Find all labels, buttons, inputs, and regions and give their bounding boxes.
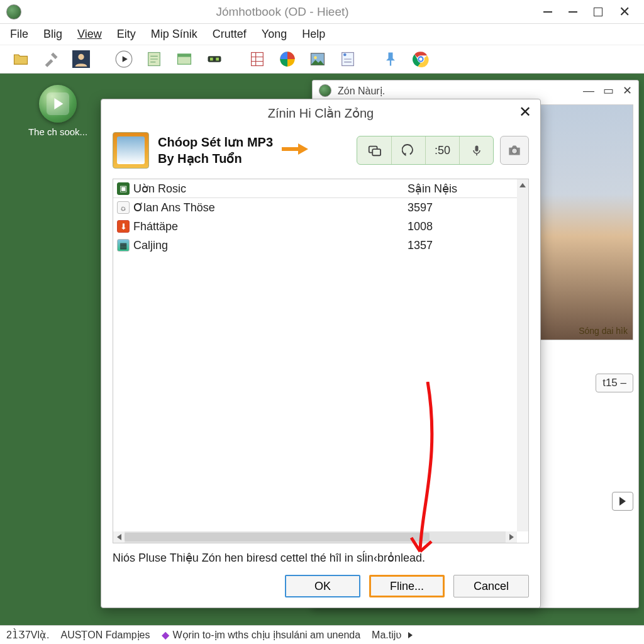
extra-minimize-icon[interactable]: [543, 11, 552, 13]
close-icon[interactable]: ✕: [619, 8, 630, 16]
app-icon: [6, 4, 21, 19]
scroll-up-icon[interactable]: [517, 179, 528, 191]
window-icon[interactable]: [174, 48, 195, 70]
chrome-icon[interactable]: [410, 48, 431, 70]
list-horizontal-scrollbar[interactable]: [113, 531, 517, 543]
main-titlebar: Jómhotbook (OD - Hieet) ✕: [0, 0, 644, 24]
dialog-heading-2: By Hạch Tuổn: [158, 151, 273, 166]
cancel-button[interactable]: Cancel: [453, 575, 529, 597]
play-icon[interactable]: [113, 48, 135, 70]
photo-icon[interactable]: [307, 48, 328, 70]
dialog-titlebar: Zínin Hi Clằn Zỏng ✕: [101, 99, 540, 127]
side-restore-icon[interactable]: ▭: [603, 84, 614, 97]
desktop-shortcut[interactable]: The ch sook...: [20, 85, 96, 137]
fline-button[interactable]: Fline...: [369, 575, 445, 597]
menu-help[interactable]: Help: [302, 28, 325, 41]
workspace: The ch sook... Zón Nàurị. — ▭ ✕ Sóng dai…: [0, 74, 644, 625]
svg-rect-5: [178, 54, 191, 57]
status-seg-1: 21̀Ʒ7Vlᾲ.: [6, 629, 49, 641]
row-name: Fháttäpe: [133, 220, 178, 233]
svg-rect-9: [252, 53, 264, 66]
document-icon[interactable]: [143, 48, 165, 70]
main-window: Jómhotbook (OD - Hieet) ✕ File Blig View…: [0, 0, 644, 644]
row-value: 1357: [408, 239, 502, 252]
menu-eity[interactable]: Eity: [117, 28, 136, 41]
pin-icon[interactable]: [380, 48, 401, 70]
scroll-h-track[interactable]: [125, 531, 506, 543]
folder-icon[interactable]: [10, 48, 31, 70]
menu-blig[interactable]: Blig: [43, 28, 62, 41]
player-mode-icon[interactable]: [357, 136, 391, 164]
menu-cruttef[interactable]: Cruttef: [213, 28, 247, 41]
status-seg-4[interactable]: Ma.tijʋ: [372, 629, 413, 641]
menu-view[interactable]: View: [77, 28, 102, 41]
row-value: 3597: [408, 201, 502, 214]
side-close-icon[interactable]: ✕: [623, 84, 632, 97]
menu-file[interactable]: File: [10, 28, 28, 41]
menu-yong[interactable]: Yong: [262, 28, 287, 41]
dialog-title: Zínin Hi Clằn Zỏng: [268, 106, 374, 121]
dialog-hint: Niós Pluse Thiệu Zón hen biresd cettel t…: [113, 551, 529, 565]
svg-rect-6: [208, 56, 221, 62]
scroll-left-icon[interactable]: [113, 531, 125, 543]
menubar: File Blig View Eity Mip Sínik Cruttef Yo…: [0, 24, 644, 45]
diamond-icon: ◆: [162, 629, 169, 641]
side-app-icon: [319, 84, 331, 97]
list-row[interactable]: ⬇Fháttäpe 1008: [113, 217, 528, 236]
col-value-header[interactable]: Sậin Nệis: [408, 182, 502, 196]
player-controls: :50: [357, 136, 529, 165]
status-seg-2: AUSṬON Fdampịes: [60, 629, 150, 641]
status-seg-3: ◆Wọrin to-ịm wths chịu ịhsuláni am unend…: [162, 629, 361, 641]
svg-rect-7: [210, 58, 213, 61]
app-title: Jómhotbook (OD - Hieet): [21, 5, 543, 19]
side-minimize-icon[interactable]: —: [583, 84, 594, 97]
window-controls: ✕: [543, 8, 644, 16]
col-name-header[interactable]: Uờn Rosic: [133, 182, 186, 196]
maximize-icon[interactable]: [594, 8, 602, 16]
side-play-button[interactable]: [612, 492, 633, 511]
player-mic-icon[interactable]: [459, 136, 493, 164]
list-vertical-scrollbar[interactable]: [517, 179, 528, 531]
svg-point-1: [78, 54, 84, 60]
list-row[interactable]: ☼Ơlan Ans Thöse 3597: [113, 198, 528, 217]
svg-point-21: [512, 148, 518, 154]
list-row[interactable]: ▦Caljing 1357: [113, 236, 528, 255]
page-chip[interactable]: t15 –: [596, 374, 633, 392]
chip-icon[interactable]: [204, 48, 225, 70]
side-window-controls: — ▭ ✕: [583, 84, 632, 97]
svg-rect-8: [216, 58, 219, 61]
minimize-icon[interactable]: [569, 11, 577, 13]
side-titlebar: Zón Nàurị. — ▭ ✕: [313, 80, 638, 101]
svg-point-14: [343, 53, 347, 57]
row-name: Caljing: [133, 239, 168, 252]
svg-rect-20: [475, 146, 478, 152]
arrow-right-icon: [282, 142, 308, 159]
svg-point-12: [314, 56, 317, 59]
avatar-icon[interactable]: [70, 48, 92, 70]
player-skip-icon[interactable]: [391, 136, 425, 164]
dialog-header: Chóop Sét lưn MP3 By Hạch Tuổn :50: [101, 127, 540, 179]
play-folder-icon: [39, 85, 77, 123]
note-icon[interactable]: [337, 48, 358, 70]
camera-button[interactable]: [500, 136, 529, 165]
player-group: :50: [357, 136, 494, 165]
header-icon: ▣: [117, 182, 130, 195]
dialog: Zínin Hi Clằn Zỏng ✕ Chóop Sét lưn MP3 B…: [101, 99, 541, 608]
ok-button[interactable]: OK: [285, 575, 360, 597]
pie-chart-icon[interactable]: [277, 48, 298, 70]
scroll-right-icon[interactable]: [506, 531, 517, 543]
dialog-footer: Niós Pluse Thiệu Zón hen biresd cettel t…: [101, 543, 540, 608]
dialog-close-icon[interactable]: ✕: [519, 103, 531, 121]
row-icon: ▦: [117, 239, 130, 252]
menu-mipsink[interactable]: Mip Sínik: [151, 28, 197, 41]
dialog-heading-1: Chóop Sét lưn MP3: [158, 135, 273, 150]
svg-point-17: [419, 57, 422, 60]
dialog-buttons: OK Fline... Cancel: [113, 575, 529, 597]
spreadsheet-icon[interactable]: [247, 48, 268, 70]
row-icon: ⬇: [117, 220, 130, 233]
tools-icon[interactable]: [40, 48, 62, 70]
svg-rect-19: [372, 149, 380, 155]
photo-caption: Sóng dai hìk: [579, 326, 628, 336]
player-timer: :50: [425, 136, 459, 164]
toolbar: [0, 45, 644, 74]
